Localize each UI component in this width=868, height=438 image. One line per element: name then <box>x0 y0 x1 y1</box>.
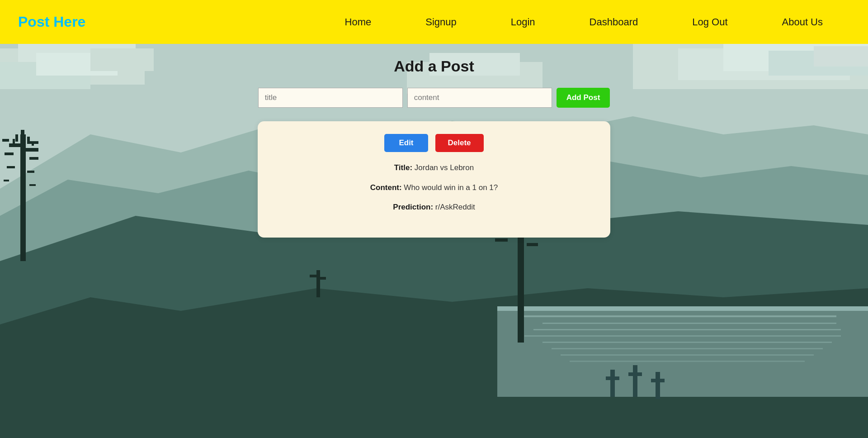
svg-rect-59 <box>319 277 326 280</box>
svg-rect-60 <box>610 370 615 397</box>
nav-link-home[interactable]: Home <box>318 16 399 28</box>
nav-item-logout[interactable]: Log Out <box>665 16 755 28</box>
nav-link-about[interactable]: About Us <box>755 16 850 28</box>
nav-link-logout[interactable]: Log Out <box>665 16 755 28</box>
svg-rect-23 <box>542 342 832 343</box>
page-title: Add a Post <box>394 57 474 75</box>
svg-rect-20 <box>542 323 836 324</box>
post-title-label: Title: <box>394 163 412 172</box>
content-input[interactable] <box>407 88 552 108</box>
svg-rect-64 <box>656 372 660 399</box>
add-post-form: Add Post <box>258 88 610 108</box>
post-prediction-label: Prediction: <box>393 203 433 211</box>
svg-rect-61 <box>606 376 619 380</box>
delete-button[interactable]: Delete <box>435 134 484 152</box>
nav-item-dashboard[interactable]: Dashboard <box>562 16 665 28</box>
svg-rect-62 <box>633 365 637 397</box>
navbar: Post Here Home Signup Login Dashboard Lo… <box>0 0 868 44</box>
svg-rect-24 <box>552 348 823 349</box>
svg-rect-18 <box>497 306 868 311</box>
post-content-label: Content: <box>370 183 402 192</box>
svg-rect-21 <box>533 329 841 330</box>
post-prediction-value: r/AskReddit <box>435 203 475 211</box>
svg-rect-51 <box>527 243 538 246</box>
nav-links: Home Signup Login Dashboard Log Out Abou… <box>318 16 850 28</box>
svg-rect-19 <box>520 315 836 317</box>
svg-rect-57 <box>316 270 320 297</box>
card-actions: Edit Delete <box>274 134 594 152</box>
add-post-button[interactable]: Add Post <box>557 88 610 108</box>
svg-rect-22 <box>524 335 841 337</box>
svg-rect-65 <box>651 379 665 382</box>
svg-rect-25 <box>561 354 814 356</box>
post-prediction-field: Prediction: r/AskReddit <box>274 201 594 213</box>
edit-button[interactable]: Edit <box>384 134 428 152</box>
post-content-value: Who would win in a 1 on 1? <box>404 183 498 192</box>
nav-link-login[interactable]: Login <box>484 16 562 28</box>
main-content: Add a Post Add Post Edit Delete Title: J… <box>0 44 868 238</box>
nav-item-login[interactable]: Login <box>484 16 562 28</box>
title-input[interactable] <box>258 88 403 108</box>
post-content-field: Content: Who would win in a 1 on 1? <box>274 182 594 194</box>
post-card: Edit Delete Title: Jordan vs Lebron Cont… <box>258 121 610 238</box>
svg-rect-17 <box>497 306 868 397</box>
svg-rect-58 <box>310 275 316 277</box>
nav-item-home[interactable]: Home <box>318 16 399 28</box>
nav-link-signup[interactable]: Signup <box>398 16 484 28</box>
post-title-field: Title: Jordan vs Lebron <box>274 162 594 174</box>
brand-logo[interactable]: Post Here <box>18 14 85 30</box>
nav-item-about[interactable]: About Us <box>755 16 850 28</box>
svg-rect-26 <box>570 361 805 362</box>
post-title-value: Jordan vs Lebron <box>415 163 474 172</box>
nav-item-signup[interactable]: Signup <box>398 16 484 28</box>
nav-link-dashboard[interactable]: Dashboard <box>562 16 665 28</box>
svg-rect-50 <box>495 238 508 242</box>
svg-rect-63 <box>628 372 642 376</box>
